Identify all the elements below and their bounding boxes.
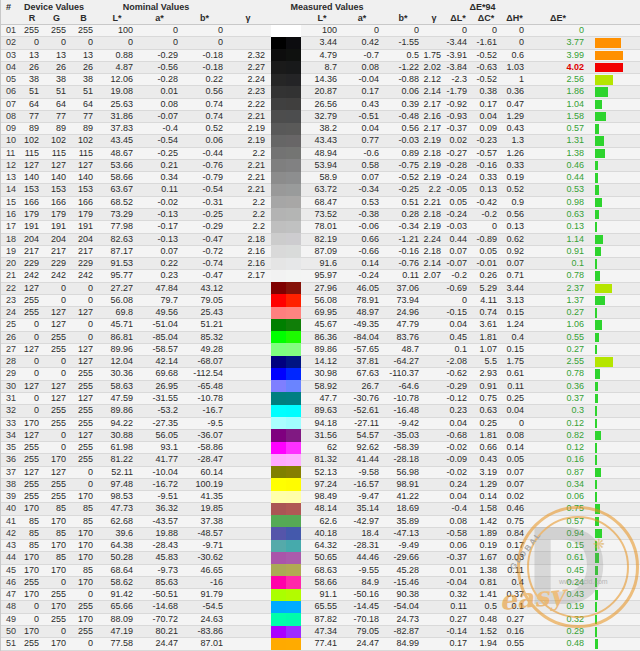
table-row[interactable]: 32025525589.86-53.2-16.789.63-52.61-16.4… <box>1 405 640 417</box>
table-row[interactable]: 47170255091.42-50.5191.7991.1-50.1690.38… <box>1 589 640 601</box>
table-row[interactable]: 3625517025581.2241.77-28.4781.3241.44-28… <box>1 454 640 466</box>
cell-index: 05 <box>1 74 21 86</box>
delta-e-bar <box>595 590 598 600</box>
color-swatch <box>269 356 303 369</box>
cell-device-b: 191 <box>70 221 97 233</box>
cell-measured-l: 73.52 <box>303 209 341 221</box>
delta-e-bar-cell <box>588 246 640 258</box>
table-row[interactable]: 031313130.88-0.29-0.182.324.79-0.70.51.7… <box>1 50 640 62</box>
table-row[interactable]: 51255170077.5824.4787.0177.4124.4784.990… <box>1 638 640 650</box>
table-row[interactable]: 232550056.0879.779.0556.0878.9173.9404.1… <box>1 295 640 307</box>
cell-nominal-gamma <box>227 577 269 589</box>
cell-measured-b: -1.55 <box>383 37 423 49</box>
cell-nominal-a: -14.68 <box>137 601 182 613</box>
cell-device-b: 26 <box>70 62 97 74</box>
group-header-device-values: Device Values <box>21 2 97 12</box>
table-row[interactable]: 221270027.2747.8443.1227.9646.0537.06-0.… <box>1 283 640 295</box>
cell-measured-a: -70.18 <box>341 614 383 626</box>
cell-nominal-gamma <box>227 344 269 356</box>
cell-delta-e: 0.45 <box>528 565 588 577</box>
delta-e-bar <box>595 87 608 97</box>
cell-nominal-b: 0.74 <box>182 111 227 123</box>
table-row[interactable]: 0538383812.06-0.280.222.2414.36-0.04-0.8… <box>1 74 640 86</box>
table-row[interactable]: 31012712747.59-31.55-10.7847.7-30.76-10.… <box>1 393 640 405</box>
cell-nominal-l: 73.29 <box>97 209 137 221</box>
table-row[interactable]: 48017025565.66-14.68-54.565.55-14.45-54.… <box>1 601 640 613</box>
cell-measured-a: 54.57 <box>341 430 383 442</box>
cell-delta-h: 0.37 <box>501 589 528 601</box>
table-row[interactable]: 3317025525594.22-27.35-9.594.18-27.11-9.… <box>1 418 640 430</box>
table-row[interactable]: 1010210210243.45-0.540.062.1943.430.77-0… <box>1 135 640 147</box>
table-row[interactable]: 0764646425.630.080.742.2226.560.430.392.… <box>1 99 640 111</box>
cell-device-g: 0 <box>43 37 70 49</box>
table-row[interactable]: 0125525525510000100000000 <box>1 25 640 37</box>
table-row[interactable]: 020000003.440.42-1.55-3.44-1.6103.77 <box>1 37 640 49</box>
table-row[interactable]: 42858517039.619.88-48.5740.1818.4-47.13-… <box>1 528 640 540</box>
cell-delta-e: 1.31 <box>528 135 588 147</box>
cell-nominal-a: 42.14 <box>137 356 182 368</box>
table-row[interactable]: 1111511511548.67-0.25-0.442.248.94-0.60.… <box>1 148 640 160</box>
cell-nominal-gamma <box>227 638 269 650</box>
table-row[interactable]: 290025530.3669.68-112.5430.9867.63-110.3… <box>1 368 640 380</box>
table-row[interactable]: 2022922922991.530.22-0.742.1691.60.14-0.… <box>1 258 640 270</box>
table-row[interactable]: 1212712712753.660.21-0.762.2153.940.58-0… <box>1 160 640 172</box>
table-row[interactable]: 41851708562.68-43.5737.3862.6-42.9735.89… <box>1 516 640 528</box>
table-row[interactable]: 1921721721787.170.07-0.722.1687.09-0.66-… <box>1 246 640 258</box>
table-row[interactable]: 37127127052.11-10.0460.1452.13-9.5856.98… <box>1 467 640 479</box>
table-row[interactable]: 35255025561.9893.1-58.866292.62-58.39-0.… <box>1 442 640 454</box>
cell-delta-h: 0.36 <box>501 86 528 98</box>
table-row[interactable]: 49025517088.09-70.7224.6387.82-70.1824.7… <box>1 614 640 626</box>
color-swatch <box>269 638 303 651</box>
table-row[interactable]: 46255017058.6285.63-1658.6684.9-15.46-0.… <box>1 577 640 589</box>
table-row[interactable]: 2712725512789.96-58.5749.2889.86-57.6548… <box>1 344 640 356</box>
cell-delta-h: 0 <box>501 25 528 37</box>
table-row[interactable]: 1617917917973.29-0.13-0.252.273.52-0.380… <box>1 209 640 221</box>
table-row[interactable]: 441708517050.2845.83-30.6250.6544.46-29.… <box>1 552 640 564</box>
table-row[interactable]: 2425512712769.849.5625.4369.9548.9724.96… <box>1 307 640 319</box>
cell-index: 19 <box>1 246 21 258</box>
delta-e-bar-cell <box>588 344 640 356</box>
cell-measured-l: 62.6 <box>303 516 341 528</box>
table-row[interactable]: 1314014014058.660.34-0.792.2158.90.07-0.… <box>1 172 640 184</box>
cell-nominal-b: -68.07 <box>182 356 227 368</box>
table-row[interactable]: 3012712725558.6326.95-65.4858.9226.7-64.… <box>1 381 640 393</box>
cell-delta-h: 0.07 <box>501 467 528 479</box>
table-row[interactable]: 34127012730.8856.05-36.0731.5654.57-35.0… <box>1 430 640 442</box>
color-swatch <box>269 540 303 553</box>
delta-e-bar <box>595 529 602 539</box>
cell-measured-a: 0.04 <box>341 123 383 135</box>
cell-device-g: 85 <box>43 503 70 515</box>
cell-device-g: 255 <box>43 589 70 601</box>
cell-index: 46 <box>1 577 21 589</box>
table-row[interactable]: 2124224224295.770.23-0.472.1795.97-0.240… <box>1 270 640 282</box>
table-row[interactable]: 38255255097.48-16.72100.1997.24-16.5798.… <box>1 479 640 491</box>
table-row[interactable]: 50170025547.1980.21-83.8647.3479.05-82.8… <box>1 626 640 638</box>
cell-delta-h: 0.84 <box>501 528 528 540</box>
cell-nominal-b: -16.7 <box>182 405 227 417</box>
cell-measured-gamma: 2.19 <box>423 160 445 172</box>
table-row[interactable]: 1516616616668.52-0.02-0.312.268.470.530.… <box>1 197 640 209</box>
cell-device-b: 127 <box>70 160 97 172</box>
table-row[interactable]: 042626264.87-0.56-0.182.278.70.08-1.222.… <box>1 62 640 74</box>
cell-device-r: 255 <box>21 479 43 491</box>
table-row[interactable]: 280012712.0442.14-68.0714.1237.81-64.27-… <box>1 356 640 368</box>
column-header-spacer <box>1 13 21 25</box>
table-row[interactable]: 451701708568.64-9.7346.6568.63-9.5545.28… <box>1 565 640 577</box>
table-row[interactable]: 0651515119.080.010.562.2320.870.170.062.… <box>1 86 640 98</box>
table-row[interactable]: 1415315315363.670.11-0.542.2163.72-0.34-… <box>1 184 640 196</box>
cell-delta-l: -0.02 <box>445 442 471 454</box>
table-row[interactable]: 40170858547.7336.3219.8548.1435.1418.69-… <box>1 503 640 515</box>
delta-e-bar <box>595 345 597 355</box>
cell-device-r: 26 <box>21 62 43 74</box>
table-row[interactable]: 1820420420482.63-0.13-0.472.1882.190.66-… <box>1 234 640 246</box>
table-row[interactable]: 250127045.71-51.0451.2145.67-49.3547.790… <box>1 319 640 331</box>
table-row[interactable]: 1719119119177.98-0.17-0.292.278.01-0.06-… <box>1 221 640 233</box>
cell-measured-gamma <box>423 565 445 577</box>
table-row[interactable]: 0877777731.86-0.070.742.2132.79-0.51-0.4… <box>1 111 640 123</box>
table-row[interactable]: 260255086.81-85.0485.3286.36-84.0483.760… <box>1 332 640 344</box>
table-row[interactable]: 0989898937.83-0.40.522.1938.20.040.562.1… <box>1 123 640 135</box>
cell-nominal-b: -9.71 <box>182 540 227 552</box>
delta-e-bar-cell <box>588 368 640 380</box>
table-row[interactable]: 438517017064.38-28.43-9.7164.32-28.31-9.… <box>1 540 640 552</box>
table-row[interactable]: 3925525517098.53-9.5141.3598.49-9.4741.2… <box>1 491 640 503</box>
